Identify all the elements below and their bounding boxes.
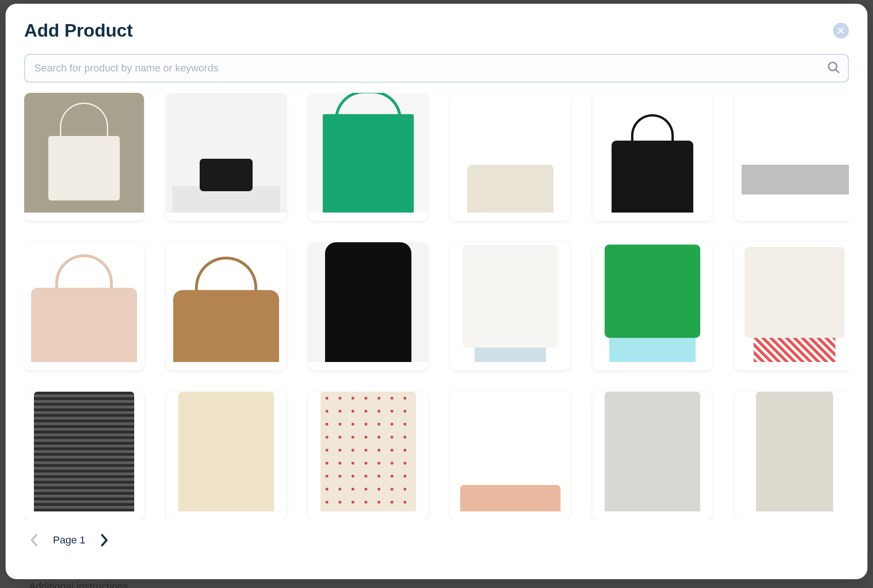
product-image (735, 93, 849, 213)
product-image (308, 93, 428, 213)
product-image (166, 93, 286, 213)
product-card[interactable]: Sweater Pinko whit (735, 242, 849, 370)
product-card[interactable] (450, 392, 570, 520)
product-image (593, 242, 712, 362)
product-image (24, 242, 144, 362)
product-card[interactable]: DKNY – Wallet (735, 93, 849, 221)
product-card[interactable] (735, 392, 849, 520)
product-card[interactable]: Polo Ralph Lauren (593, 242, 712, 370)
product-image (166, 242, 286, 362)
product-card[interactable]: DKNY – Wallet (450, 93, 570, 221)
product-name (735, 511, 849, 520)
product-image (308, 242, 428, 362)
product-card[interactable]: Bag "Amanda B" Li (166, 242, 286, 370)
product-image (24, 392, 144, 511)
product-image (735, 242, 849, 362)
product-image (450, 93, 570, 213)
product-card[interactable] (308, 392, 428, 520)
product-image (450, 392, 570, 511)
product-image (593, 392, 712, 511)
product-name: Wallet "Blossom" s (166, 213, 286, 221)
product-image (593, 93, 712, 213)
product-card[interactable] (593, 392, 712, 520)
product-card[interactable]: Shirt "Kendall" Pol (450, 242, 570, 370)
product-image (735, 392, 849, 511)
search-icon (827, 60, 840, 76)
product-name: DKNY – Wallet (450, 213, 570, 221)
background-page-label: Additional instructions (29, 581, 128, 588)
product-grid: Handbag Moschino Wallet "Blossom" s Bag … (24, 93, 849, 520)
product-name: Moncler – Down Co (308, 362, 428, 370)
add-product-modal: Add Product Handbag Moschino Wallet "Blo… (6, 4, 867, 579)
product-card[interactable]: Bag medium GUM l (593, 93, 712, 221)
product-image (24, 93, 144, 213)
close-button[interactable] (833, 23, 849, 39)
search-container (24, 54, 849, 83)
next-page-button[interactable] (97, 531, 111, 549)
page-label: Page 1 (53, 534, 85, 546)
product-name: DKNY – Wallet (735, 213, 849, 221)
product-name: Bag "Sofia" large G (308, 213, 428, 221)
product-card[interactable]: Handbag Moschino (24, 93, 144, 221)
product-card[interactable]: Bag "Greyson" Gue (24, 242, 144, 370)
product-name: Shirt "Kendall" Pol (450, 362, 570, 370)
chevron-left-icon (30, 534, 39, 547)
chevron-right-icon (99, 534, 109, 547)
pagination: Page 1 (24, 531, 849, 549)
product-name: Bag "Greyson" Gue (24, 362, 144, 370)
product-card[interactable] (166, 392, 286, 520)
product-card[interactable]: Wallet "Blossom" s (166, 93, 286, 221)
product-name (450, 511, 570, 520)
svg-line-3 (836, 70, 839, 73)
product-image (308, 392, 428, 511)
product-name: Bag medium GUM l (593, 213, 712, 221)
product-name (593, 511, 712, 520)
close-icon (837, 27, 845, 34)
prev-page-button[interactable] (27, 531, 42, 549)
search-input[interactable] (24, 54, 849, 83)
product-name: Polo Ralph Lauren (593, 362, 712, 370)
modal-header: Add Product (24, 20, 849, 41)
product-card[interactable]: Moncler – Down Co (308, 242, 428, 370)
product-name (24, 511, 144, 520)
product-image (166, 392, 286, 511)
product-name (166, 511, 286, 520)
product-name: Handbag Moschino (24, 213, 144, 221)
product-image (450, 242, 570, 362)
product-name: Sweater Pinko whit (735, 362, 849, 370)
product-card[interactable] (24, 392, 144, 520)
product-card[interactable]: Bag "Sofia" large G (308, 93, 428, 221)
modal-title: Add Product (24, 20, 133, 41)
product-name (308, 511, 428, 520)
product-name: Bag "Amanda B" Li (166, 362, 286, 370)
